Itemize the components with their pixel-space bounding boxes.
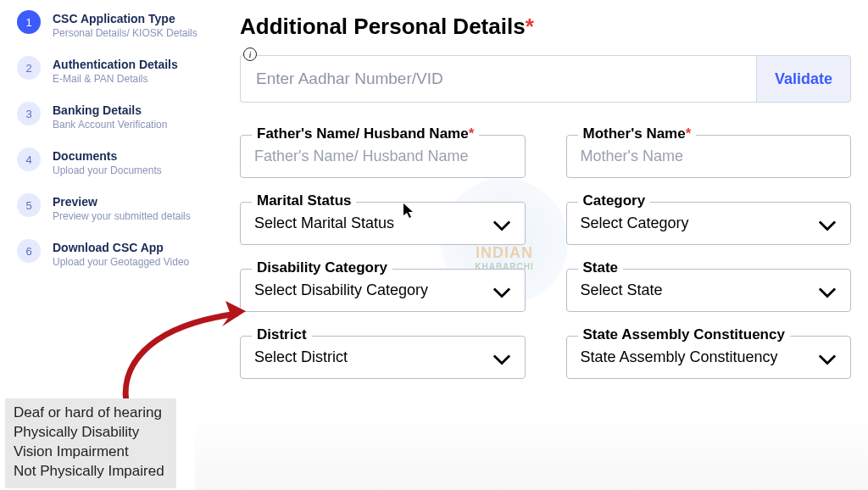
step-number-icon: 5 [17, 193, 41, 217]
aadhar-input[interactable] [240, 55, 756, 103]
select-value: Select Marital Status [254, 214, 394, 232]
list-item: Deaf or hard of hearing [14, 404, 164, 423]
category-field: Category Select Category [566, 202, 852, 245]
field-label: Mother's Name* [578, 125, 697, 142]
step-number-icon: 4 [17, 148, 41, 171]
step-title: Download CSC App [53, 241, 189, 254]
chevron-down-icon [492, 218, 511, 230]
chevron-down-icon [492, 285, 511, 297]
chevron-down-icon [818, 285, 837, 297]
sidebar-step-documents[interactable]: 4 Documents Upload your Documents [17, 148, 211, 176]
info-icon[interactable]: i [243, 47, 257, 61]
marital-status-field: Marital Status Select Marital Status [240, 202, 526, 245]
field-label: Marital Status [252, 192, 356, 209]
sidebar-step-csc-application[interactable]: 1 CSC Application Type Personal Details/… [17, 10, 211, 39]
chevron-down-icon [492, 352, 511, 364]
list-item: Not Physically Impaired [14, 462, 164, 482]
required-asterisk: * [526, 14, 534, 39]
state-field: State Select State [566, 269, 852, 312]
step-title: Documents [53, 149, 162, 163]
step-subtitle: E-Mail & PAN Details [53, 73, 178, 85]
list-item: Physically Disability [14, 423, 164, 443]
main-form: Additional Personal Details* i Validate … [225, 0, 868, 490]
step-title: Preview [53, 195, 191, 209]
sidebar-step-download-app[interactable]: 6 Download CSC App Upload your Geotagged… [17, 239, 211, 268]
step-title: Banking Details [53, 103, 167, 117]
disability-options-annotation: Deaf or hard of hearing Physically Disab… [5, 398, 176, 488]
field-label: State Assembly Constituency [578, 326, 790, 343]
select-value: State Assembly Constituency [581, 348, 778, 366]
sidebar-step-preview[interactable]: 5 Preview Preview your submitted details [17, 193, 211, 222]
step-number-icon: 3 [17, 102, 41, 125]
step-number-icon: 1 [17, 10, 41, 34]
required-asterisk: * [469, 125, 475, 142]
field-label: State [578, 259, 624, 276]
state-assembly-constituency-field: State Assembly Constituency State Assemb… [566, 336, 852, 379]
field-label: Category [578, 192, 651, 209]
step-subtitle: Preview your submitted details [53, 210, 191, 222]
aadhar-row: i Validate [240, 55, 851, 103]
field-label: District [252, 326, 312, 343]
select-value: Select Disability Category [254, 281, 428, 299]
page-title-text: Additional Personal Details [240, 14, 526, 39]
select-value: Select Category [581, 214, 689, 232]
step-title: CSC Application Type [53, 12, 198, 25]
page-title: Additional Personal Details* [240, 14, 851, 40]
step-subtitle: Personal Details/ KIOSK Details [53, 27, 198, 39]
list-item: Vision Impairment [14, 443, 164, 462]
chevron-down-icon [818, 218, 837, 230]
select-value: Select District [254, 348, 348, 366]
field-label: Disability Category [252, 259, 392, 276]
select-value: Select State [581, 281, 663, 299]
chevron-down-icon [818, 352, 837, 364]
step-subtitle: Bank Account Verification [53, 119, 167, 131]
step-title: Authentication Details [53, 58, 178, 71]
district-field: District Select District [240, 336, 526, 379]
sidebar-step-authentication[interactable]: 2 Authentication Details E-Mail & PAN De… [17, 56, 211, 85]
step-number-icon: 6 [17, 239, 41, 263]
step-number-icon: 2 [17, 56, 41, 80]
mother-name-field: Mother's Name* [566, 135, 852, 178]
sidebar-step-banking[interactable]: 3 Banking Details Bank Account Verificat… [17, 102, 211, 131]
disability-category-field: Disability Category Select Disability Ca… [240, 269, 526, 312]
step-subtitle: Upload your Geotagged Video [53, 256, 189, 268]
validate-button[interactable]: Validate [756, 55, 851, 103]
step-subtitle: Upload your Documents [53, 164, 162, 176]
field-label: Father's Name/ Husband Name* [252, 125, 479, 142]
father-name-field: Father's Name/ Husband Name* [240, 135, 526, 178]
required-asterisk: * [686, 125, 692, 142]
